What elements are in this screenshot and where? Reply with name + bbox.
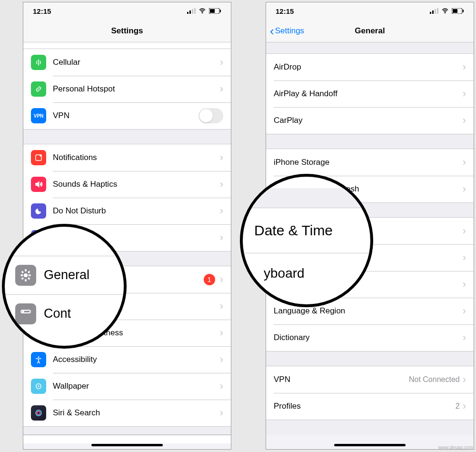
chevron-right-icon: › — [463, 373, 466, 386]
svg-rect-22 — [432, 10, 434, 14]
chevron-right-icon: › — [463, 400, 466, 412]
chevron-right-icon: › — [463, 331, 466, 344]
row-airplay[interactable]: AirPlay & Handoff › — [266, 80, 474, 107]
siri-icon — [31, 405, 46, 421]
notifications-icon — [31, 150, 46, 165]
group-spacer — [266, 134, 474, 149]
notification-badge: 1 — [204, 274, 215, 285]
svg-point-29 — [24, 273, 28, 277]
mag-cutoff — [5, 240, 124, 256]
svg-point-4 — [202, 12, 203, 14]
row-label: VPN — [274, 375, 409, 384]
row-cellular[interactable]: Cellular › — [23, 49, 231, 76]
row-label: Personal Hotspot — [53, 84, 220, 94]
row-notifications[interactable]: Notifications › — [23, 144, 231, 171]
chevron-right-icon: › — [220, 83, 223, 95]
svg-point-31 — [22, 310, 24, 312]
chevron-left-icon: ‹ — [270, 25, 274, 37]
chevron-right-icon: › — [463, 61, 466, 73]
vpn-icon: VPN — [31, 108, 46, 123]
chevron-right-icon: › — [463, 278, 466, 291]
svg-rect-21 — [430, 12, 431, 14]
row-detail: Not Connected — [409, 375, 460, 384]
vpn-toggle[interactable] — [198, 108, 223, 123]
home-indicator[interactable] — [91, 444, 163, 446]
row-vpn[interactable]: VPN VPN — [23, 102, 231, 129]
chevron-right-icon: › — [463, 305, 466, 317]
row-sounds[interactable]: Sounds & Haptics › — [23, 171, 231, 198]
svg-rect-6 — [210, 9, 215, 13]
watermark: www.deuaq.com — [438, 445, 473, 450]
status-icons — [430, 8, 464, 14]
nav-bar: Settings — [23, 20, 231, 42]
row-dnd[interactable]: Do Not Disturb › — [23, 198, 231, 224]
row-siri[interactable]: Siri & Search › — [23, 400, 231, 426]
svg-point-16 — [38, 356, 40, 358]
moon-icon — [31, 203, 46, 219]
row-vpn-general[interactable]: VPN Not Connected › — [266, 366, 474, 393]
chevron-right-icon: › — [220, 273, 223, 286]
mag-row-general: General — [5, 256, 124, 295]
svg-rect-3 — [194, 8, 196, 14]
svg-rect-24 — [437, 8, 438, 14]
mag-label: Cont — [44, 306, 71, 321]
status-bar: 12:15 — [23, 2, 231, 20]
signal-icon — [430, 8, 438, 14]
group-spacer — [23, 426, 231, 435]
wifi-icon — [198, 8, 206, 14]
row-label: Sounds & Haptics — [53, 180, 220, 189]
row-dictionary[interactable]: Dictionary › — [266, 324, 474, 351]
group-spacer — [266, 42, 474, 54]
mag-row-controlcenter: Cont — [5, 295, 124, 333]
mag-cutoff — [243, 188, 370, 208]
link-icon — [31, 81, 46, 97]
group-spacer — [23, 129, 231, 144]
chevron-right-icon: › — [220, 327, 223, 339]
svg-point-18 — [38, 386, 40, 387]
svg-rect-7 — [220, 10, 221, 12]
row-storage[interactable]: iPhone Storage › — [266, 149, 474, 176]
magnifier-datetime: Date & Time yboard — [240, 174, 373, 307]
status-time: 12:15 — [33, 7, 51, 15]
chevron-right-icon: › — [463, 156, 466, 169]
row-label: Wallpaper — [53, 382, 220, 391]
wallpaper-icon — [31, 379, 46, 394]
row-label: Notifications — [53, 153, 220, 162]
chevron-right-icon: › — [220, 380, 223, 392]
svg-point-25 — [445, 12, 446, 14]
row-label: Siri & Search — [53, 408, 220, 418]
battery-icon — [452, 8, 464, 14]
chevron-right-icon: › — [220, 231, 223, 244]
row-carplay[interactable]: CarPlay › — [266, 107, 474, 134]
home-indicator[interactable] — [334, 444, 406, 446]
row-profiles[interactable]: Profiles 2 › — [266, 393, 474, 420]
battery-icon — [209, 8, 221, 14]
svg-point-20 — [37, 412, 40, 415]
back-button[interactable]: ‹ Settings — [270, 25, 304, 37]
chevron-right-icon: › — [463, 88, 466, 100]
row-label: iPhone Storage — [274, 158, 463, 167]
svg-rect-27 — [453, 9, 457, 13]
mag-label: Date & Time — [254, 222, 333, 239]
chevron-right-icon: › — [220, 407, 223, 419]
row-wallpaper[interactable]: Wallpaper › — [23, 373, 231, 400]
row-label: Accessibility — [53, 355, 220, 364]
group-spacer — [266, 351, 474, 366]
svg-rect-1 — [189, 10, 191, 14]
row-label: Dictionary — [274, 333, 463, 342]
row-hotspot[interactable]: Personal Hotspot › — [23, 76, 231, 102]
mag-label: yboard — [254, 266, 305, 281]
chevron-right-icon: › — [220, 300, 223, 312]
row-accessibility[interactable]: Accessibility › — [23, 346, 231, 373]
chevron-right-icon: › — [220, 205, 223, 217]
row-airdrop[interactable]: AirDrop › — [266, 54, 474, 80]
svg-rect-0 — [187, 12, 188, 14]
svg-rect-23 — [435, 9, 436, 14]
partial-row-bottom — [23, 435, 231, 443]
svg-point-9 — [40, 154, 42, 157]
svg-rect-28 — [463, 10, 464, 12]
row-label: VPN — [53, 111, 198, 121]
magnifier-general: General Cont — [2, 224, 127, 349]
row-label: Profiles — [274, 402, 456, 411]
row-label: AirDrop — [274, 62, 463, 72]
